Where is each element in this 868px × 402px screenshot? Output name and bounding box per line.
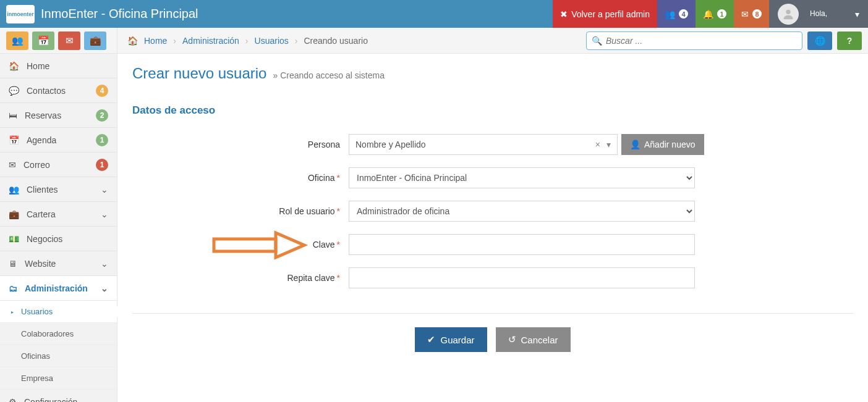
bell-icon: 🔔	[703, 9, 713, 19]
subbar: 👥 📅 ✉ 💼 🏠 Home › Administración › Usuari…	[0, 28, 868, 54]
user-plus-icon: 👤	[630, 140, 640, 149]
breadcrumb-admin[interactable]: Administración	[182, 36, 239, 46]
sidebar-sub-empresa[interactable]: Empresa	[0, 367, 117, 390]
page-title: Crear nuevo usuario » Creando acceso al …	[132, 65, 853, 82]
label-repita-clave: Repita clave*	[132, 273, 349, 283]
top-navbar: inmoenter InmoEnter - Oficina Principal …	[0, 0, 868, 28]
sidebar-item-label: Clientes	[27, 185, 58, 195]
toolbar-calendar-button[interactable]: 📅	[32, 31, 54, 50]
calendar-icon: 📅	[9, 135, 19, 145]
row-oficina: Oficina* InmoEnter - Oficina Principal	[132, 167, 853, 188]
clear-icon[interactable]: ×	[595, 140, 600, 149]
row-rol: Rol de usuario* Administrador de oficina	[132, 201, 853, 222]
toolbar-mail-button[interactable]: ✉	[58, 31, 80, 50]
nav-mail-badge: 8	[752, 9, 762, 19]
sidebar-item-contactos[interactable]: 💬 Contactos 4	[0, 78, 117, 103]
globe-icon: 🌐	[815, 36, 825, 46]
sidebar-item-configuracion[interactable]: ⚙ Configuración ⌄	[0, 390, 117, 402]
sidebar-item-administracion[interactable]: 🗂 Administración ⌄	[0, 276, 117, 301]
search-input[interactable]	[606, 36, 797, 46]
sidebar-sub-label: Empresa	[21, 374, 53, 383]
gear-icon: ⚙	[9, 397, 17, 403]
brand: inmoenter InmoEnter - Oficina Principal	[0, 5, 198, 23]
breadcrumb: 🏠 Home › Administración › Usuarios › Cre…	[117, 28, 586, 53]
sidebar-item-label: Configuración	[24, 397, 77, 403]
row-persona: Persona Nombre y Apellido × ▾ 👤 Añadir n…	[132, 134, 853, 155]
oficina-select[interactable]: InmoEnter - Oficina Principal	[349, 167, 695, 188]
users-icon: 👥	[665, 9, 675, 19]
sidebar-item-reservas[interactable]: 🛏 Reservas 2	[0, 103, 117, 128]
sidebar-sub-label: Usuarios	[21, 307, 53, 316]
envelope-icon: ✉	[66, 35, 74, 46]
check-icon: ✔	[427, 334, 435, 345]
sidebar-sub-usuarios[interactable]: ▸ Usuarios	[0, 301, 117, 323]
user-greeting: Hola,	[810, 10, 827, 18]
caret-down-icon[interactable]: ▾	[606, 140, 611, 149]
cancelar-label: Cancelar	[521, 335, 558, 345]
sidebar-item-label: Correo	[23, 160, 50, 170]
guardar-button[interactable]: ✔ Guardar	[415, 327, 487, 352]
sidebar-sub-oficinas[interactable]: Oficinas	[0, 345, 117, 367]
svg-marker-2	[276, 233, 304, 258]
close-icon: ✖	[560, 9, 568, 19]
cancelar-button[interactable]: ↺ Cancelar	[496, 327, 571, 352]
chevron-down-icon: ⌄	[101, 259, 108, 269]
briefcase-icon: 💼	[90, 35, 101, 46]
breadcrumb-home[interactable]: Home	[144, 36, 167, 46]
form-actions: ✔ Guardar ↺ Cancelar	[132, 313, 853, 352]
breadcrumb-users[interactable]: Usuarios	[255, 36, 289, 46]
label-persona: Persona	[132, 140, 349, 149]
caret-down-icon: ▾	[855, 9, 859, 19]
help-button[interactable]: ?	[837, 31, 862, 50]
back-to-admin-button[interactable]: ✖ Volver a perfil admin	[553, 0, 657, 28]
envelope-icon: ✉	[741, 9, 749, 19]
clave-input[interactable]	[349, 234, 695, 255]
sidebar-item-website[interactable]: 🖥 Website ⌄	[0, 251, 117, 276]
sidebar-item-clientes[interactable]: 👥 Clientes ⌄	[0, 177, 117, 202]
svg-rect-1	[214, 239, 276, 251]
chevron-down-icon: ⌄	[101, 185, 108, 195]
users-icon: 👥	[9, 185, 19, 195]
breadcrumb-sep: ›	[295, 36, 298, 46]
sidebar-sub-colaboradores[interactable]: Colaboradores	[0, 323, 117, 345]
sidebar-item-correo[interactable]: ✉ Correo 1	[0, 153, 117, 177]
toolbar-briefcase-button[interactable]: 💼	[84, 31, 106, 50]
sitemap-icon: 🗂	[9, 283, 17, 293]
toolbar-users-button[interactable]: 👥	[6, 31, 28, 50]
search-box[interactable]: 🔍	[586, 31, 802, 50]
brand-title: InmoEnter - Oficina Principal	[41, 7, 198, 21]
persona-combobox[interactable]: Nombre y Apellido × ▾	[349, 134, 618, 155]
search-icon: 🔍	[592, 36, 602, 46]
sidebar-item-cartera[interactable]: 💼 Cartera ⌄	[0, 202, 117, 227]
sidebar-sub-label: Colaboradores	[21, 329, 74, 338]
chevron-down-icon: ⌄	[101, 283, 108, 293]
row-repita-clave: Repita clave*	[132, 267, 853, 288]
home-icon: 🏠	[9, 61, 19, 71]
chevron-down-icon: ⌄	[101, 397, 108, 403]
envelope-icon: ✉	[9, 160, 16, 170]
label-rol: Rol de usuario*	[132, 206, 349, 216]
sidebar-item-home[interactable]: 🏠 Home	[0, 54, 117, 78]
repita-clave-input[interactable]	[349, 267, 695, 288]
annotation-arrow	[211, 230, 310, 262]
nav-users-button[interactable]: 👥 4	[657, 0, 696, 28]
chevron-down-icon: ⌄	[101, 209, 108, 219]
user-menu[interactable]: Hola, ▾	[769, 0, 868, 28]
sidebar-item-negocios[interactable]: 💵 Negocios	[0, 227, 117, 251]
nav-mail-button[interactable]: ✉ 8	[734, 0, 769, 28]
undo-icon: ↺	[508, 334, 516, 345]
rol-select[interactable]: Administrador de oficina	[349, 201, 695, 222]
globe-button[interactable]: 🌐	[807, 31, 832, 50]
sidebar-item-agenda[interactable]: 📅 Agenda 1	[0, 128, 117, 153]
sidebar-item-label: Negocios	[27, 234, 62, 244]
sidebar-toolbar: 👥 📅 ✉ 💼	[0, 28, 117, 53]
nav-notifications-button[interactable]: 🔔 1	[696, 0, 734, 28]
sidebar-badge: 1	[96, 159, 108, 171]
sidebar-item-label: Cartera	[27, 209, 56, 219]
section-title: Datos de acceso	[132, 104, 853, 117]
sidebar-item-label: Administración	[25, 283, 88, 293]
breadcrumb-sep: ›	[245, 36, 249, 46]
label-oficina: Oficina*	[132, 173, 349, 183]
add-new-button[interactable]: 👤 Añadir nuevo	[621, 134, 704, 155]
sidebar-badge: 1	[96, 134, 108, 146]
